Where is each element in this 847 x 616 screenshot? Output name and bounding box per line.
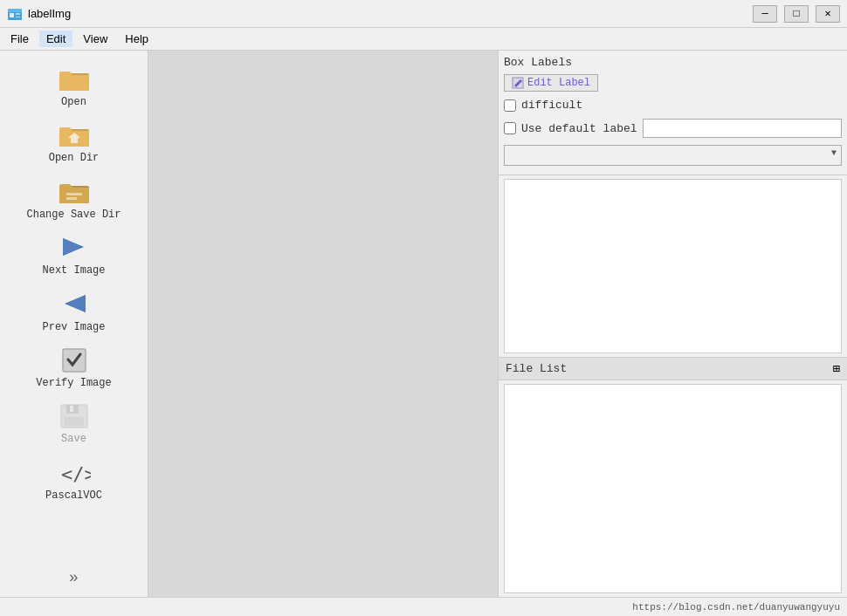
menu-edit[interactable]: Edit: [39, 31, 72, 47]
svg-rect-2: [10, 13, 14, 17]
dock-icon[interactable]: ⊞: [833, 361, 840, 376]
menu-view[interactable]: View: [76, 31, 114, 47]
open-dir-label: Open Dir: [49, 152, 100, 164]
open-folder-icon: [57, 63, 92, 94]
svg-rect-20: [65, 417, 84, 426]
verify-image-icon: [57, 344, 92, 375]
svg-rect-1: [8, 9, 22, 12]
use-default-checkbox[interactable]: [504, 122, 516, 134]
sidebar-item-open[interactable]: Open: [0, 58, 148, 113]
file-list-section: File List ⊞: [499, 357, 847, 597]
use-default-label-row: Use default label: [504, 119, 842, 138]
sidebar-item-verify-image[interactable]: Verify Image: [0, 339, 148, 394]
open-dir-icon: [57, 119, 92, 150]
menu-file[interactable]: File: [3, 31, 36, 47]
svg-rect-21: [70, 406, 73, 412]
box-labels-section: Box Labels Edit Label difficult Use defa…: [499, 51, 847, 175]
title-bar: labelImg — □ ✕: [0, 0, 847, 28]
app-title: labelImg: [28, 7, 71, 20]
status-bar: https://blog.csdn.net/duanyuwangyuyu: [0, 597, 847, 616]
menu-bar: File Edit View Help: [0, 28, 847, 51]
svg-rect-10: [59, 189, 89, 203]
main-area: Open Open Dir: [0, 51, 847, 597]
status-url: https://blog.csdn.net/duanyuwangyuyu: [632, 602, 840, 613]
svg-rect-12: [66, 197, 77, 200]
file-list-body: [504, 384, 842, 593]
change-save-dir-icon: [57, 175, 92, 207]
minimize-button[interactable]: —: [753, 5, 777, 23]
title-left: labelImg: [7, 6, 71, 22]
maximize-button[interactable]: □: [784, 5, 809, 23]
sidebar-item-prev-image[interactable]: Prev Image: [0, 283, 148, 339]
svg-marker-14: [63, 238, 82, 256]
save-label: Save: [61, 433, 86, 445]
difficult-checkbox[interactable]: [504, 99, 516, 112]
difficult-label: difficult: [521, 99, 582, 112]
labels-list-area: [504, 179, 842, 353]
svg-marker-16: [66, 295, 86, 312]
more-items-indicator[interactable]: »: [65, 565, 82, 590]
svg-rect-6: [59, 77, 89, 91]
sidebar-item-pascalvoc[interactable]: </> PascalVOC: [0, 451, 148, 507]
menu-help[interactable]: Help: [118, 31, 155, 47]
svg-text:</>: </>: [61, 463, 91, 485]
default-label-input[interactable]: [643, 119, 842, 138]
use-default-text: Use default label: [521, 122, 637, 135]
open-label: Open: [61, 96, 86, 108]
sidebar: Open Open Dir: [0, 51, 148, 597]
save-icon: [57, 400, 92, 431]
sidebar-item-open-dir[interactable]: Open Dir: [0, 113, 148, 169]
sidebar-item-change-save-dir[interactable]: Change Save Dir: [0, 170, 148, 226]
title-controls: — □ ✕: [753, 5, 840, 23]
file-list-header: File List ⊞: [499, 358, 847, 380]
prev-image-icon: [57, 288, 92, 319]
next-image-label: Next Image: [42, 264, 105, 277]
difficult-row: difficult: [504, 99, 842, 112]
right-panel: Box Labels Edit Label difficult Use defa…: [498, 51, 847, 597]
box-labels-title: Box Labels: [504, 56, 842, 69]
dropdown-row: [504, 145, 842, 166]
app-icon: [7, 6, 23, 22]
file-list-title: File List: [506, 362, 567, 375]
next-image-icon: [57, 231, 92, 263]
verify-image-label: Verify Image: [36, 377, 111, 389]
svg-rect-11: [66, 193, 82, 195]
canvas-area[interactable]: [148, 51, 498, 597]
sidebar-item-next-image[interactable]: Next Image: [0, 226, 148, 282]
label-dropdown-wrapper: [504, 145, 842, 166]
prev-image-label: Prev Image: [42, 321, 105, 333]
svg-rect-3: [16, 13, 20, 15]
close-button[interactable]: ✕: [816, 5, 840, 23]
sidebar-item-save[interactable]: Save: [0, 394, 148, 450]
svg-rect-4: [16, 17, 20, 17]
label-dropdown[interactable]: [504, 145, 842, 166]
change-save-dir-label: Change Save Dir: [26, 209, 121, 221]
pascalvoc-icon: </>: [57, 456, 92, 488]
edit-label-button[interactable]: Edit Label: [504, 74, 598, 92]
pascalvoc-label: PascalVOC: [45, 489, 102, 502]
edit-icon: [512, 77, 524, 89]
